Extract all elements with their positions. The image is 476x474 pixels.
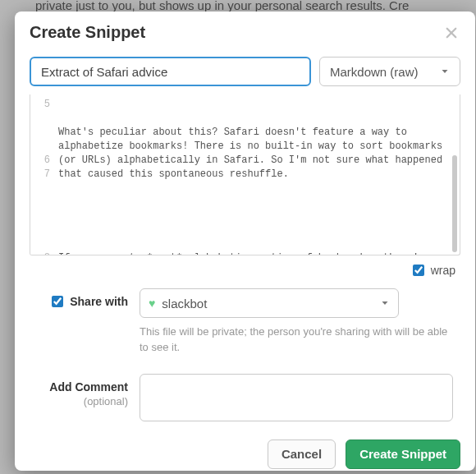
modal-title: Create Snippet [30, 23, 145, 42]
modal-header: Create Snippet [15, 12, 475, 57]
wrap-label: wrap [431, 264, 455, 277]
comment-textarea[interactable] [140, 374, 453, 421]
modal-footer: Cancel Create Snippet [15, 431, 475, 471]
editor-scrollbar[interactable] [452, 155, 457, 252]
heart-icon: ♥ [149, 297, 155, 310]
share-helper-text: This file will be private; the person yo… [140, 324, 451, 356]
create-snippet-button[interactable]: Create Snippet [346, 439, 460, 469]
chevron-down-icon [440, 67, 450, 76]
chevron-down-icon [380, 298, 390, 308]
share-target-value: slackbot [162, 297, 207, 311]
share-with-label: Share with [70, 295, 128, 308]
close-icon[interactable] [444, 25, 459, 40]
add-comment-sublabel: (optional) [84, 395, 128, 407]
snippet-type-value: Markdown (raw) [330, 65, 419, 79]
wrap-checkbox[interactable] [413, 265, 424, 276]
cancel-button[interactable]: Cancel [268, 439, 336, 469]
share-checkbox[interactable] [52, 296, 63, 307]
snippet-type-select[interactable]: Markdown (raw) [319, 57, 460, 86]
editor-content[interactable]: What's peculiar about this? Safari doesn… [55, 94, 460, 255]
editor-gutter: 5 6 7 8 9 [30, 94, 55, 255]
snippet-title-input[interactable] [30, 57, 311, 86]
add-comment-label: Add Comment [49, 380, 128, 393]
create-snippet-modal: Create Snippet Markdown (raw) 5 6 7 [15, 12, 475, 471]
share-target-select[interactable]: ♥ slackbot [140, 288, 399, 318]
code-editor[interactable]: 5 6 7 8 9 What's peculiar about this? Sa… [30, 94, 460, 255]
